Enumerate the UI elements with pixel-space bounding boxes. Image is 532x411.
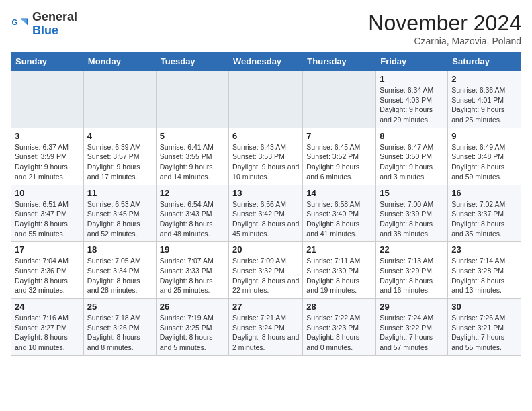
day-info: Sunrise: 6:49 AM Sunset: 3:48 PM Dayligh… [451, 142, 517, 182]
calendar-cell: 4Sunrise: 6:39 AM Sunset: 3:57 PM Daylig… [83, 128, 156, 185]
logo-icon: G [11, 15, 30, 34]
day-number: 3 [15, 131, 80, 141]
weekday-header-tuesday: Tuesday [156, 52, 228, 71]
day-number: 4 [87, 131, 152, 141]
day-number: 7 [306, 131, 372, 141]
day-number: 25 [87, 302, 152, 312]
calendar-cell: 26Sunrise: 7:19 AM Sunset: 3:25 PM Dayli… [156, 299, 228, 356]
calendar-cell [156, 71, 228, 128]
calendar-table: SundayMondayTuesdayWednesdayThursdayFrid… [11, 52, 521, 356]
day-number: 27 [232, 302, 299, 312]
calendar-cell: 29Sunrise: 7:24 AM Sunset: 3:22 PM Dayli… [376, 299, 448, 356]
day-info: Sunrise: 7:13 AM Sunset: 3:29 PM Dayligh… [380, 256, 444, 295]
day-info: Sunrise: 7:09 AM Sunset: 3:32 PM Dayligh… [232, 256, 299, 295]
day-info: Sunrise: 7:02 AM Sunset: 3:37 PM Dayligh… [451, 199, 517, 239]
calendar-cell: 13Sunrise: 6:56 AM Sunset: 3:42 PM Dayli… [229, 185, 303, 242]
day-info: Sunrise: 7:21 AM Sunset: 3:24 PM Dayligh… [232, 313, 299, 353]
day-info: Sunrise: 7:26 AM Sunset: 3:21 PM Dayligh… [451, 313, 517, 353]
day-info: Sunrise: 6:34 AM Sunset: 4:03 PM Dayligh… [380, 85, 444, 125]
calendar-cell: 28Sunrise: 7:22 AM Sunset: 3:23 PM Dayli… [303, 299, 376, 356]
day-info: Sunrise: 7:05 AM Sunset: 3:34 PM Dayligh… [87, 256, 152, 295]
day-info: Sunrise: 7:16 AM Sunset: 3:27 PM Dayligh… [15, 313, 80, 353]
calendar-cell: 23Sunrise: 7:14 AM Sunset: 3:28 PM Dayli… [448, 242, 521, 299]
calendar-cell [11, 71, 84, 128]
calendar-cell: 2Sunrise: 6:36 AM Sunset: 4:01 PM Daylig… [448, 71, 521, 128]
day-number: 17 [15, 244, 80, 255]
day-info: Sunrise: 6:51 AM Sunset: 3:47 PM Dayligh… [15, 199, 80, 239]
day-info: Sunrise: 7:11 AM Sunset: 3:30 PM Dayligh… [306, 256, 372, 295]
calendar-cell: 9Sunrise: 6:49 AM Sunset: 3:48 PM Daylig… [448, 128, 521, 185]
weekday-header-friday: Friday [376, 52, 448, 71]
page-header: G GeneralBlue November 2024 Czarnia, Maz… [11, 11, 521, 46]
day-info: Sunrise: 7:14 AM Sunset: 3:28 PM Dayligh… [451, 256, 517, 295]
day-number: 14 [306, 188, 372, 198]
weekday-header-thursday: Thursday [303, 52, 376, 71]
calendar-cell: 8Sunrise: 6:47 AM Sunset: 3:50 PM Daylig… [376, 128, 448, 185]
day-number: 21 [306, 244, 372, 255]
day-info: Sunrise: 6:58 AM Sunset: 3:40 PM Dayligh… [306, 199, 372, 239]
calendar-cell: 25Sunrise: 7:18 AM Sunset: 3:26 PM Dayli… [83, 299, 156, 356]
day-number: 22 [380, 244, 444, 255]
day-number: 24 [15, 302, 80, 312]
day-info: Sunrise: 6:37 AM Sunset: 3:59 PM Dayligh… [15, 142, 80, 182]
day-info: Sunrise: 7:22 AM Sunset: 3:23 PM Dayligh… [306, 313, 372, 353]
day-number: 19 [160, 244, 225, 255]
day-info: Sunrise: 6:36 AM Sunset: 4:01 PM Dayligh… [451, 85, 517, 125]
day-number: 13 [232, 188, 299, 198]
day-info: Sunrise: 6:45 AM Sunset: 3:52 PM Dayligh… [306, 142, 372, 182]
calendar-cell: 19Sunrise: 7:07 AM Sunset: 3:33 PM Dayli… [156, 242, 228, 299]
calendar-cell: 22Sunrise: 7:13 AM Sunset: 3:29 PM Dayli… [376, 242, 448, 299]
day-info: Sunrise: 6:39 AM Sunset: 3:57 PM Dayligh… [87, 142, 152, 182]
calendar-cell: 7Sunrise: 6:45 AM Sunset: 3:52 PM Daylig… [303, 128, 376, 185]
calendar-cell: 18Sunrise: 7:05 AM Sunset: 3:34 PM Dayli… [83, 242, 156, 299]
day-number: 28 [306, 302, 372, 312]
calendar-cell: 20Sunrise: 7:09 AM Sunset: 3:32 PM Dayli… [229, 242, 303, 299]
day-number: 29 [380, 302, 444, 312]
day-info: Sunrise: 7:19 AM Sunset: 3:25 PM Dayligh… [160, 313, 225, 353]
calendar-cell: 21Sunrise: 7:11 AM Sunset: 3:30 PM Dayli… [303, 242, 376, 299]
day-info: Sunrise: 7:04 AM Sunset: 3:36 PM Dayligh… [15, 256, 80, 295]
month-title: November 2024 [368, 11, 521, 36]
calendar-cell: 10Sunrise: 6:51 AM Sunset: 3:47 PM Dayli… [11, 185, 84, 242]
calendar-cell: 15Sunrise: 7:00 AM Sunset: 3:39 PM Dayli… [376, 185, 448, 242]
day-info: Sunrise: 6:54 AM Sunset: 3:43 PM Dayligh… [160, 199, 225, 239]
day-number: 15 [380, 188, 444, 198]
day-info: Sunrise: 7:24 AM Sunset: 3:22 PM Dayligh… [380, 313, 444, 353]
day-number: 6 [232, 131, 299, 141]
calendar-cell: 6Sunrise: 6:43 AM Sunset: 3:53 PM Daylig… [229, 128, 303, 185]
calendar-cell: 17Sunrise: 7:04 AM Sunset: 3:36 PM Dayli… [11, 242, 84, 299]
calendar-cell: 12Sunrise: 6:54 AM Sunset: 3:43 PM Dayli… [156, 185, 228, 242]
calendar-cell [303, 71, 376, 128]
day-number: 26 [160, 302, 225, 312]
weekday-header-sunday: Sunday [11, 52, 84, 71]
day-info: Sunrise: 6:41 AM Sunset: 3:55 PM Dayligh… [160, 142, 225, 182]
day-info: Sunrise: 6:43 AM Sunset: 3:53 PM Dayligh… [232, 142, 299, 182]
day-info: Sunrise: 6:47 AM Sunset: 3:50 PM Dayligh… [380, 142, 444, 182]
day-number: 12 [160, 188, 225, 198]
day-number: 30 [451, 302, 517, 312]
day-number: 8 [380, 131, 444, 141]
day-number: 9 [451, 131, 517, 141]
day-number: 23 [451, 244, 517, 255]
calendar-cell: 27Sunrise: 7:21 AM Sunset: 3:24 PM Dayli… [229, 299, 303, 356]
day-info: Sunrise: 7:00 AM Sunset: 3:39 PM Dayligh… [380, 199, 444, 239]
weekday-header-wednesday: Wednesday [229, 52, 303, 71]
day-number: 11 [87, 188, 152, 198]
svg-marker-2 [21, 19, 26, 24]
svg-text:G: G [11, 18, 17, 26]
calendar-cell: 14Sunrise: 6:58 AM Sunset: 3:40 PM Dayli… [303, 185, 376, 242]
location-subtitle: Czarnia, Mazovia, Poland [368, 36, 521, 46]
day-number: 20 [232, 244, 299, 255]
calendar-cell: 16Sunrise: 7:02 AM Sunset: 3:37 PM Dayli… [448, 185, 521, 242]
day-number: 1 [380, 74, 444, 84]
weekday-header-saturday: Saturday [448, 52, 521, 71]
logo: G GeneralBlue [11, 11, 77, 38]
day-info: Sunrise: 6:56 AM Sunset: 3:42 PM Dayligh… [232, 199, 299, 239]
title-block: November 2024 Czarnia, Mazovia, Poland [368, 11, 521, 46]
calendar-cell: 24Sunrise: 7:16 AM Sunset: 3:27 PM Dayli… [11, 299, 84, 356]
day-number: 18 [87, 244, 152, 255]
day-number: 2 [451, 74, 517, 84]
calendar-cell [229, 71, 303, 128]
weekday-header-monday: Monday [83, 52, 156, 71]
day-info: Sunrise: 7:18 AM Sunset: 3:26 PM Dayligh… [87, 313, 152, 353]
